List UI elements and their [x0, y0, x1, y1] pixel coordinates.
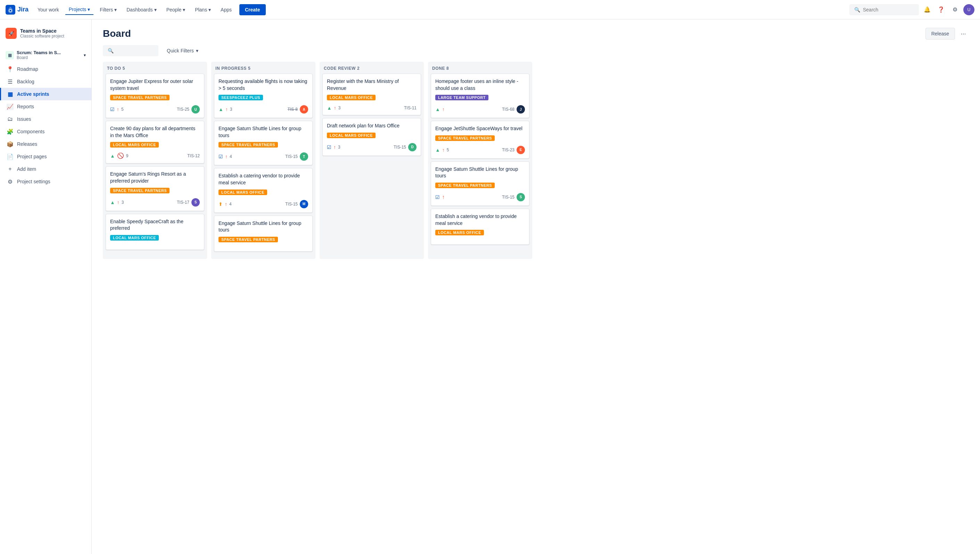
- quick-filters-button[interactable]: Quick Filters ▾: [163, 45, 203, 56]
- main-content: Board Release ··· 🔍 Quick Filters ▾ TO D…: [92, 19, 980, 554]
- priority-icon: ↑: [117, 200, 120, 205]
- avatar: M: [300, 200, 308, 208]
- checkbox-icon: ☑: [327, 145, 331, 150]
- table-row[interactable]: Engage Saturn's Rings Resort as a prefer…: [105, 166, 204, 211]
- sidebar-item-backlog[interactable]: ☰ Backlog: [0, 75, 91, 88]
- nav-projects[interactable]: Projects ▾: [65, 5, 93, 15]
- more-options-button[interactable]: ···: [958, 28, 969, 39]
- help-button[interactable]: ❓: [935, 4, 946, 15]
- nav-plans[interactable]: Plans ▾: [192, 5, 214, 14]
- nav-people[interactable]: People ▾: [163, 5, 188, 14]
- table-row[interactable]: Establish a catering vendor to provide m…: [214, 168, 313, 212]
- sidebar: 🚀 Teams in Space Classic software projec…: [0, 19, 92, 554]
- user-avatar[interactable]: U: [963, 4, 974, 15]
- filters-bar: 🔍 Quick Filters ▾: [92, 45, 980, 62]
- release-button[interactable]: Release: [926, 28, 955, 40]
- card-id: TIS-8: [288, 107, 298, 112]
- card-meta: ☑ ↑ TIS-15 S: [435, 193, 525, 201]
- project-icon: 🚀: [6, 28, 17, 39]
- nav-logo[interactable]: Jira: [6, 5, 29, 14]
- column-cards-done: Homepage footer uses an inline style - s…: [428, 73, 532, 247]
- table-row[interactable]: Draft network plan for Mars Office LOCAL…: [322, 118, 421, 156]
- column-title: DONE: [432, 66, 445, 71]
- table-row[interactable]: Engage Saturn Shuttle Lines for group to…: [214, 216, 313, 252]
- sidebar-item-components[interactable]: 🧩 Components: [0, 125, 91, 138]
- column-header-codereview: CODE REVIEW 2: [319, 62, 424, 73]
- column-cards-codereview: Register with the Mars Ministry of Reven…: [319, 73, 424, 159]
- sidebar-item-roadmap[interactable]: 📍 Roadmap: [0, 63, 91, 75]
- nav-filters[interactable]: Filters ▾: [96, 5, 120, 14]
- nav-your-work[interactable]: Your work: [34, 5, 62, 14]
- sidebar-item-releases[interactable]: 📦 Releases: [0, 138, 91, 150]
- up-arrow-icon: ↑: [442, 194, 445, 200]
- page-title: Board: [103, 28, 131, 39]
- column-count: 5: [123, 66, 125, 71]
- card-count: 3: [121, 200, 124, 205]
- card-title: Create 90 day plans for all departments …: [110, 125, 200, 139]
- sidebar-item-reports[interactable]: 📈 Reports: [0, 100, 91, 113]
- column-done: DONE 8 Homepage footer uses an inline st…: [428, 62, 532, 259]
- table-row[interactable]: Engage Jupiter Express for outer solar s…: [105, 73, 204, 118]
- board-header: Board Release ···: [92, 19, 980, 45]
- table-row[interactable]: Engage Saturn Shuttle Lines for group to…: [431, 161, 530, 206]
- search-input[interactable]: [863, 7, 911, 13]
- priority-icon: ↑: [334, 105, 336, 111]
- card-meta: ☑ ↑ 5 TIS-25 U: [110, 105, 200, 113]
- settings-button[interactable]: ⚙: [950, 4, 961, 15]
- releases-icon: 📦: [6, 140, 14, 148]
- story-icon: ▲: [219, 107, 223, 112]
- column-header-inprogress: IN PROGRESS 5: [211, 62, 315, 73]
- priority-icon: ↑: [225, 201, 227, 207]
- nav-dashboards[interactable]: Dashboards ▾: [123, 5, 160, 14]
- sidebar-item-label: Active sprints: [17, 91, 49, 97]
- card-meta: ▲ ↑ 3 TIS-11: [327, 105, 417, 111]
- story-icon: ▲: [327, 105, 332, 111]
- table-row[interactable]: Engage Saturn Shuttle Lines for group to…: [214, 121, 313, 165]
- nav-apps[interactable]: Apps: [217, 5, 235, 14]
- card-title: Requesting available flights is now taki…: [219, 78, 308, 92]
- components-icon: 🧩: [6, 128, 14, 135]
- card-label: LOCAL MARS OFFICE: [327, 132, 375, 138]
- sidebar-item-project-pages[interactable]: 📄 Project pages: [0, 150, 91, 163]
- card-label: LOCAL MARS OFFICE: [435, 230, 484, 236]
- notifications-button[interactable]: 🔔: [922, 4, 933, 15]
- story-icon: ▲: [435, 147, 440, 153]
- card-id: TIS-11: [404, 105, 417, 110]
- card-meta: ☑ ↑ 4 TIS-15 T: [219, 152, 308, 161]
- checkbox-icon: ☑: [110, 107, 115, 112]
- task-icon: ⬆: [219, 201, 223, 207]
- board-columns: TO DO 5 Engage Jupiter Express for outer…: [92, 62, 980, 270]
- priority-icon: ↑: [442, 107, 445, 112]
- card-title: Engage JetShuttle SpaceWays for travel: [435, 125, 525, 132]
- project-info: Teams in Space Classic software project: [20, 28, 64, 38]
- table-row[interactable]: Register with the Mars Ministry of Reven…: [322, 73, 421, 115]
- column-header-done: DONE 8: [428, 62, 532, 73]
- scrum-label: Scrum: Teams in S... Board: [17, 50, 61, 60]
- card-label: SPACE TRAVEL PARTNERS: [435, 183, 495, 188]
- sidebar-item-project-settings[interactable]: ⚙ Project settings: [0, 175, 91, 188]
- sidebar-item-active-sprints[interactable]: ▦ Active sprints: [0, 88, 91, 100]
- card-label: SPACE TRAVEL PARTNERS: [110, 188, 169, 193]
- avatar: D: [408, 143, 417, 151]
- search-bar[interactable]: 🔍: [849, 4, 919, 15]
- card-meta: ☑ ↑ 3 TIS-15 D: [327, 143, 417, 151]
- story-icon: ▲: [435, 107, 440, 112]
- sidebar-item-add-item[interactable]: + Add item: [0, 163, 91, 175]
- sidebar-item-label: Releases: [17, 141, 37, 147]
- column-inprogress: IN PROGRESS 5 Requesting available fligh…: [211, 62, 315, 259]
- card-id: TIS-15: [285, 154, 298, 159]
- avatar: J: [517, 105, 525, 113]
- column-count: 5: [248, 66, 251, 71]
- table-row[interactable]: Engage JetShuttle SpaceWays for travel S…: [431, 121, 530, 159]
- scrum-nav[interactable]: ▦ Scrum: Teams in S... Board ▾: [0, 47, 91, 63]
- card-label: LOCAL MARS OFFICE: [110, 142, 159, 148]
- table-row[interactable]: Homepage footer uses an inline style - s…: [431, 73, 530, 118]
- board-search[interactable]: 🔍: [103, 45, 158, 56]
- table-row[interactable]: Enable Speedy SpaceCraft as the preferre…: [105, 214, 204, 250]
- table-row[interactable]: Establish a catering vendor to provide m…: [431, 209, 530, 245]
- create-button[interactable]: Create: [239, 4, 266, 15]
- table-row[interactable]: Create 90 day plans for all departments …: [105, 121, 204, 164]
- sidebar-item-label: Issues: [17, 116, 31, 122]
- table-row[interactable]: Requesting available flights is now taki…: [214, 73, 313, 118]
- sidebar-item-issues[interactable]: 🗂 Issues: [0, 113, 91, 125]
